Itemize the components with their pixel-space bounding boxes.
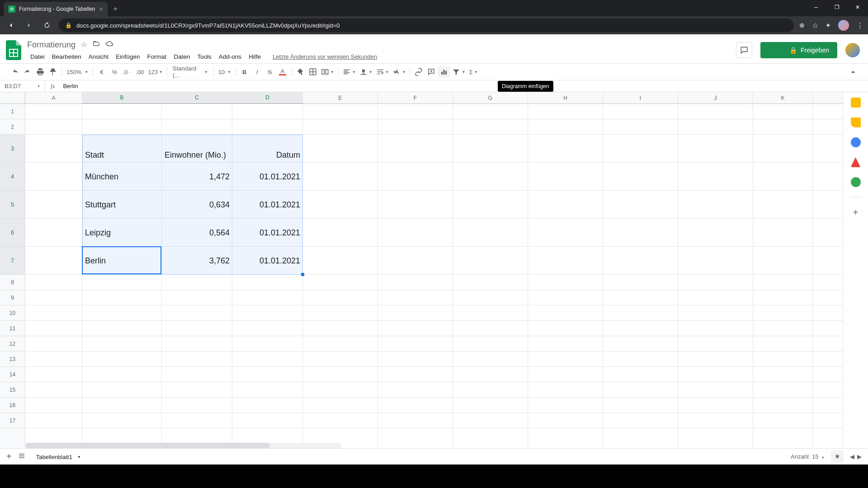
cell-D3[interactable]: Datum	[232, 135, 303, 163]
sheet-tab[interactable]: Tabellenblatt1 ▼	[32, 449, 85, 465]
cloud-status-icon[interactable]	[105, 40, 113, 49]
move-icon[interactable]	[93, 40, 100, 49]
redo-button[interactable]	[22, 66, 33, 78]
text-wrap-button[interactable]: ▼	[375, 66, 391, 78]
selection-summary[interactable]: Anzahl: 15 ▼	[791, 453, 825, 460]
cell-C5[interactable]: 0,634	[162, 191, 232, 219]
row-header-2[interactable]: 2	[0, 119, 25, 135]
borders-button[interactable]	[307, 66, 319, 78]
comments-button[interactable]	[736, 42, 752, 58]
share-button[interactable]: 🔒 Freigeben	[760, 42, 837, 58]
cell-B4[interactable]: München	[82, 163, 162, 191]
row-header-7[interactable]: 7	[0, 247, 25, 275]
cell-C3[interactable]: Einwohner (Mio.)	[162, 135, 232, 163]
minimize-button[interactable]: ─	[806, 0, 826, 14]
cell-B7[interactable]: Berlin	[82, 247, 162, 275]
tasks-icon[interactable]	[851, 137, 861, 147]
vertical-align-button[interactable]: ▼	[358, 66, 374, 78]
horizontal-align-button[interactable]: ▼	[341, 66, 357, 78]
row-header-13[interactable]: 13	[0, 352, 25, 367]
print-button[interactable]	[34, 66, 46, 78]
font-dropdown[interactable]: Standard (...▼	[170, 65, 211, 79]
name-box[interactable]: B3:D7▼	[0, 80, 45, 92]
row-header-17[interactable]: 17	[0, 413, 25, 428]
contacts-icon[interactable]	[851, 157, 861, 167]
increase-decimal-button[interactable]: .00	[134, 66, 146, 78]
col-header-K[interactable]: K	[753, 92, 813, 103]
menu-help[interactable]: Hilfe	[245, 52, 264, 61]
all-sheets-button[interactable]	[18, 452, 25, 461]
close-window-button[interactable]: ✕	[847, 0, 868, 14]
bookmark-icon[interactable]: ☆	[812, 21, 818, 30]
col-header-H[interactable]: H	[528, 92, 603, 103]
cell-D7[interactable]: 01.01.2021	[232, 247, 303, 275]
row-header-6[interactable]: 6	[0, 219, 25, 247]
merge-cells-button[interactable]: ▼	[320, 66, 335, 78]
percent-button[interactable]: %	[108, 66, 120, 78]
col-header-D[interactable]: D	[232, 92, 303, 103]
maps-icon[interactable]	[851, 177, 861, 187]
row-header-4[interactable]: 4	[0, 163, 25, 191]
maximize-button[interactable]: ❐	[826, 0, 847, 14]
row-header-3[interactable]: 3	[0, 135, 25, 163]
sheet-nav-right[interactable]: ▶	[857, 453, 862, 460]
menu-tools[interactable]: Tools	[194, 52, 215, 61]
grid-body[interactable]: StadtEinwohner (Mio.)DatumMünchen1,47201…	[25, 104, 843, 448]
menu-edit[interactable]: Bearbeiten	[49, 52, 85, 61]
insert-comment-button[interactable]	[425, 66, 437, 78]
fill-color-button[interactable]	[294, 66, 306, 78]
last-edit-link[interactable]: Letzte Änderung vor wenigen Sekunden	[269, 52, 380, 61]
currency-button[interactable]: €	[96, 66, 108, 78]
add-addon-icon[interactable]: +	[853, 207, 859, 218]
col-header-G[interactable]: G	[453, 92, 528, 103]
row-header-11[interactable]: 11	[0, 321, 25, 336]
account-avatar[interactable]	[845, 43, 860, 57]
menu-data[interactable]: Daten	[170, 52, 193, 61]
select-all-corner[interactable]	[0, 92, 25, 104]
col-header-A[interactable]: A	[25, 92, 82, 103]
cell-C6[interactable]: 0,564	[162, 219, 232, 247]
cell-C4[interactable]: 1,472	[162, 163, 232, 191]
menu-file[interactable]: Datei	[27, 52, 48, 61]
chevron-down-icon[interactable]: ▼	[77, 455, 81, 459]
row-header-1[interactable]: 1	[0, 104, 25, 119]
menu-insert[interactable]: Einfügen	[113, 52, 143, 61]
cell-B3[interactable]: Stadt	[82, 135, 162, 163]
paint-format-button[interactable]	[47, 66, 59, 78]
sheets-logo[interactable]	[5, 41, 23, 59]
strikethrough-button[interactable]: S	[264, 66, 276, 78]
browser-tab[interactable]: Formatierung - Google Tabellen ×	[4, 2, 108, 16]
row-header-8[interactable]: 8	[0, 275, 25, 290]
cell-B5[interactable]: Stuttgart	[82, 191, 162, 219]
calendar-icon[interactable]	[851, 98, 861, 108]
forward-button[interactable]	[23, 19, 35, 32]
add-sheet-button[interactable]: +	[6, 451, 12, 462]
row-header-14[interactable]: 14	[0, 367, 25, 382]
horizontal-scrollbar[interactable]	[25, 443, 342, 448]
cell-D6[interactable]: 01.01.2021	[232, 219, 303, 247]
collapse-toolbar-button[interactable]	[847, 66, 859, 78]
col-header-F[interactable]: F	[378, 92, 453, 103]
row-header-16[interactable]: 16	[0, 398, 25, 413]
row-header-5[interactable]: 5	[0, 191, 25, 219]
keep-icon[interactable]	[851, 117, 861, 127]
text-rotation-button[interactable]: ▼	[391, 66, 407, 78]
zoom-icon[interactable]: ⊕	[799, 22, 805, 29]
url-field[interactable]: 🔒 docs.google.com/spreadsheets/d/1L0CRXr…	[59, 19, 794, 32]
extensions-icon[interactable]: ✦	[826, 22, 831, 29]
col-header-C[interactable]: C	[162, 92, 232, 103]
cell-D4[interactable]: 01.01.2021	[232, 163, 303, 191]
chrome-menu-icon[interactable]: ⋮	[856, 21, 863, 30]
close-tab-icon[interactable]: ×	[99, 5, 103, 13]
doc-title[interactable]: Formatierung	[27, 40, 75, 50]
selection-handle[interactable]	[301, 273, 304, 276]
menu-view[interactable]: Ansicht	[85, 52, 112, 61]
reload-button[interactable]	[41, 19, 53, 32]
italic-button[interactable]: I	[251, 66, 263, 78]
insert-link-button[interactable]	[413, 66, 425, 78]
sheet-nav-left[interactable]: ◀	[850, 453, 854, 460]
menu-format[interactable]: Format	[144, 52, 170, 61]
back-button[interactable]	[5, 19, 17, 32]
undo-button[interactable]	[9, 66, 21, 78]
bold-button[interactable]: B	[239, 66, 250, 78]
